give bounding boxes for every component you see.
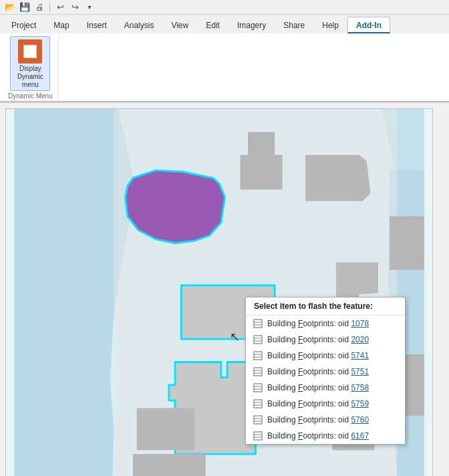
layer-icon-6: [253, 414, 263, 425]
map-container[interactable]: Select item to flash the feature: Buildi…: [5, 108, 433, 476]
print-icon[interactable]: 🖨: [33, 1, 45, 13]
tab-edit[interactable]: Edit: [197, 17, 229, 33]
tab-add-in[interactable]: Add-In: [347, 17, 390, 33]
redo-icon[interactable]: ↪: [69, 1, 81, 13]
svg-rect-5: [248, 132, 275, 158]
display-dynamic-menu-icon: [18, 39, 42, 64]
layer-icon-5: [253, 398, 263, 409]
open-icon[interactable]: 📂: [4, 1, 16, 13]
tab-imagery[interactable]: Imagery: [229, 17, 275, 33]
item-text-7: Building Footprints: oid 6167: [267, 431, 369, 441]
ribbon-group-label-dynamic-menu: Dynamic Menu: [8, 91, 53, 101]
item-text-5: Building Footprints: oid 5759: [267, 399, 369, 408]
svg-rect-9: [254, 336, 262, 344]
item-text-3: Building Footprints: oid 5751: [267, 367, 369, 376]
item-text-2: Building Footprints: oid 5741: [267, 351, 369, 360]
context-menu-item-7[interactable]: Building Footprints: oid 6167: [246, 428, 405, 444]
dynamic-menu-visual: [18, 39, 42, 64]
svg-rect-3: [137, 408, 194, 450]
more-icon[interactable]: ▼: [84, 1, 96, 13]
tab-insert[interactable]: Insert: [78, 17, 116, 33]
ribbon-group-dynamic-menu: Display Dynamic menu Dynamic Menu: [3, 36, 59, 101]
layer-icon-3: [253, 366, 263, 377]
save-icon[interactable]: 💾: [19, 1, 31, 13]
main-area: Select item to flash the feature: Buildi…: [0, 103, 449, 476]
svg-rect-4: [241, 155, 283, 190]
svg-rect-15: [254, 368, 262, 376]
ribbon-tab-bar: Project Map Insert Analysis View Edit Im…: [0, 15, 449, 33]
item-text-4: Building Footprints: oid 5758: [267, 383, 369, 392]
display-dynamic-menu-label: Display Dynamic menu: [13, 65, 47, 89]
undo-icon[interactable]: ↩: [54, 1, 66, 13]
tab-help[interactable]: Help: [313, 17, 347, 33]
layer-icon-4: [253, 382, 263, 393]
display-dynamic-menu-button[interactable]: Display Dynamic menu: [10, 36, 50, 91]
tab-view[interactable]: View: [162, 17, 197, 33]
quick-access-toolbar: 📂 💾 🖨 ↩ ↪ ▼: [4, 1, 96, 13]
tab-map[interactable]: Map: [45, 17, 78, 33]
tab-project[interactable]: Project: [3, 17, 45, 33]
toolbar-separator: [49, 3, 50, 12]
item-text-6: Building Footprints: oid 5760: [267, 415, 369, 425]
svg-rect-12: [254, 352, 262, 360]
ribbon-group-items: Display Dynamic menu: [10, 36, 50, 91]
tab-analysis[interactable]: Analysis: [116, 17, 163, 33]
context-menu: Select item to flash the feature: Buildi…: [245, 297, 406, 445]
svg-rect-27: [254, 432, 262, 440]
context-menu-item-2[interactable]: Building Footprints: oid 5741: [246, 348, 405, 364]
title-bar: 📂 💾 🖨 ↩ ↪ ▼: [0, 0, 449, 15]
context-menu-title: Select item to flash the feature:: [246, 298, 405, 316]
svg-rect-18: [254, 384, 262, 392]
context-menu-item-4[interactable]: Building Footprints: oid 5758: [246, 380, 405, 396]
item-text-0: Building Footprints: oid 1078: [267, 319, 369, 328]
svg-rect-21: [254, 400, 262, 408]
context-menu-item-0[interactable]: Building Footprints: oid 1078: [246, 316, 405, 332]
svg-rect-6: [254, 320, 262, 328]
ribbon-content: Display Dynamic menu Dynamic Menu: [0, 33, 449, 102]
svg-rect-24: [254, 416, 262, 424]
layer-icon-0: [253, 318, 263, 329]
context-menu-item-3[interactable]: Building Footprints: oid 5751: [246, 364, 405, 380]
layer-icon-2: [253, 350, 263, 361]
context-menu-item-6[interactable]: Building Footprints: oid 5760: [246, 412, 405, 428]
context-menu-item-5[interactable]: Building Footprints: oid 5759: [246, 396, 405, 412]
ribbon: Project Map Insert Analysis View Edit Im…: [0, 15, 449, 103]
context-menu-item-1[interactable]: Building Footprints: oid 2020: [246, 332, 405, 348]
item-text-1: Building Footprints: oid 2020: [267, 335, 369, 344]
layer-icon-7: [253, 431, 263, 441]
layer-icon-1: [253, 334, 263, 345]
tab-share[interactable]: Share: [275, 17, 313, 33]
